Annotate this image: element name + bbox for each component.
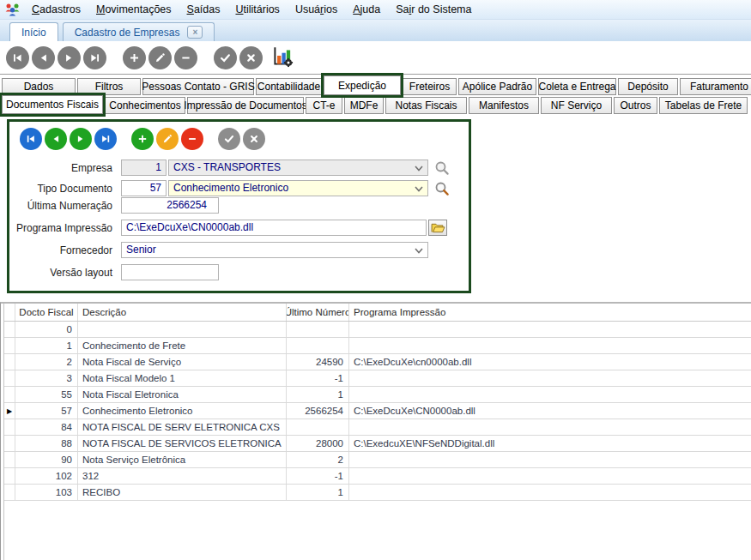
previous-record-button[interactable] bbox=[32, 46, 55, 69]
delete-button[interactable] bbox=[174, 46, 197, 69]
form-first-record-button[interactable] bbox=[20, 128, 42, 150]
table-row[interactable]: 88 NOTA FISCAL DE SERVICOS ELETRONICA 28… bbox=[4, 436, 751, 452]
row-indicator-cell bbox=[4, 485, 15, 500]
form-toolbar bbox=[20, 128, 265, 150]
column-header-descricao[interactable]: Descrição bbox=[78, 304, 287, 321]
menu-item-sair-do-sistema[interactable]: Sair do Sistema bbox=[388, 2, 479, 17]
form-confirm-button[interactable] bbox=[218, 128, 240, 150]
menu-item-utilitarios[interactable]: Utilitários bbox=[227, 2, 287, 17]
form-edit-button[interactable] bbox=[156, 128, 179, 150]
tab-nf-servico[interactable]: NF Serviço bbox=[541, 97, 612, 114]
table-row[interactable]: 84 NOTA FISCAL DE SERV ELETRONICA CXS bbox=[4, 419, 751, 436]
tab-label: Outros bbox=[620, 99, 651, 111]
tab-manifestos[interactable]: Manifestos bbox=[469, 97, 539, 114]
empresa-code-field[interactable]: 1 bbox=[121, 160, 167, 176]
form-previous-record-button[interactable] bbox=[45, 128, 67, 150]
programa-impressao-field[interactable]: C:\ExeDcuXe\CN0000ab.dll bbox=[121, 220, 427, 236]
confirm-button[interactable] bbox=[214, 46, 237, 69]
doc-tab-cadastro-de-empresas[interactable]: Cadastro de Empresas × bbox=[63, 22, 215, 41]
tab-dados[interactable]: Dados bbox=[2, 78, 76, 95]
doc-tab-inicio[interactable]: Início bbox=[9, 22, 58, 41]
versao-layout-field[interactable] bbox=[121, 264, 219, 280]
tab-tabelas-de-frete[interactable]: Tabelas de Frete bbox=[659, 97, 748, 114]
menu-label-part: r do Sistema bbox=[411, 3, 471, 15]
tab-cte[interactable]: CT-e bbox=[306, 97, 342, 114]
cancel-button[interactable] bbox=[239, 46, 263, 69]
grid-cell: -1 bbox=[287, 370, 349, 386]
form-delete-button[interactable] bbox=[181, 128, 203, 150]
tab-documentos-fiscais[interactable]: Documentos Fiscais bbox=[2, 95, 103, 114]
table-row[interactable]: 102 312 -1 bbox=[4, 468, 751, 485]
table-row[interactable]: 103 RECIBO 1 bbox=[4, 485, 751, 501]
chevron-down-icon bbox=[415, 186, 423, 192]
first-record-button[interactable] bbox=[6, 46, 29, 69]
table-row[interactable]: 2 Nota Fiscal de Serviço 24590 C:\ExeDcu… bbox=[4, 354, 751, 370]
grid-cell: 2 bbox=[15, 354, 78, 370]
form-next-record-button[interactable] bbox=[70, 128, 92, 150]
close-tab-button[interactable]: × bbox=[187, 26, 203, 39]
tab-label: Expedição bbox=[338, 80, 386, 92]
form-row-versao-layout: Versão layout bbox=[9, 264, 219, 280]
table-row[interactable]: 55 Nota Fiscal Eletronica 1 bbox=[4, 387, 751, 403]
menu-item-usuarios[interactable]: Usuários bbox=[288, 2, 345, 17]
form-cancel-button[interactable] bbox=[243, 128, 265, 150]
add-button[interactable] bbox=[123, 46, 146, 69]
menu-label-part: C bbox=[32, 3, 39, 15]
menu-item-movimentacoes[interactable]: Movimentações bbox=[88, 2, 179, 17]
tab-outros[interactable]: Outros bbox=[614, 97, 657, 114]
tab-filtros[interactable]: Filtros bbox=[77, 78, 141, 95]
form-last-record-button[interactable] bbox=[94, 128, 117, 150]
first-record-icon bbox=[25, 133, 37, 145]
column-header-ultimo-numero[interactable]: Último Número bbox=[287, 304, 349, 321]
chart-settings-button[interactable] bbox=[270, 45, 294, 71]
menu-item-ajuda[interactable]: Ajuda bbox=[345, 2, 388, 17]
first-record-icon bbox=[11, 51, 24, 64]
tab-contabilidade[interactable]: Contabilidade bbox=[256, 78, 322, 95]
grid-cell: 1 bbox=[287, 387, 349, 402]
next-record-icon bbox=[63, 51, 76, 64]
grid-cell: 57 bbox=[15, 403, 78, 418]
table-row-selected[interactable]: ▶ 57 Conhecimento Eletronico 2566254 C:\… bbox=[4, 403, 751, 419]
menu-item-saidas[interactable]: Saídas bbox=[179, 2, 228, 17]
tab-deposito[interactable]: Depósito bbox=[618, 78, 678, 95]
menu-item-cadastros[interactable]: Cadastros bbox=[24, 2, 88, 17]
tab-conhecimentos[interactable]: Conhecimentos bbox=[105, 97, 185, 114]
browse-folder-button[interactable] bbox=[428, 220, 447, 236]
form-add-button[interactable] bbox=[131, 128, 154, 150]
row-indicator-cell bbox=[4, 387, 15, 402]
tab-notas-fiscais[interactable]: Notas Fiscais bbox=[385, 97, 467, 114]
ultima-numeracao-field[interactable]: 2566254 bbox=[121, 197, 219, 214]
tab-faturamento[interactable]: Faturamento bbox=[680, 78, 751, 95]
tab-apolice-padrao[interactable]: Apólice Padrão bbox=[458, 78, 536, 95]
search-icon-tipo-documento[interactable] bbox=[434, 181, 450, 196]
column-header-programa-impressao[interactable]: Programa Impressão bbox=[349, 304, 751, 321]
row-indicator-cell bbox=[4, 354, 15, 370]
tab-impressao-de-documentos[interactable]: Impressão de Documentos bbox=[187, 97, 304, 114]
grid-cell: 0 bbox=[15, 322, 78, 337]
form-row-programa-impressao: Programa Impressão C:\ExeDcuXe\CN0000ab.… bbox=[9, 220, 447, 236]
tab-expedicao[interactable]: Expedição bbox=[324, 75, 401, 95]
fornecedor-combo[interactable]: Senior bbox=[121, 242, 428, 258]
tab-coleta-e-entrega[interactable]: Coleta e Entrega bbox=[538, 78, 616, 95]
tab-freteiros[interactable]: Freteiros bbox=[403, 78, 457, 95]
column-header-docto-fiscal[interactable]: Docto Fiscal bbox=[15, 304, 78, 321]
edit-button[interactable] bbox=[148, 46, 172, 69]
tab-label: MDFe bbox=[350, 99, 379, 111]
table-row[interactable]: 1 Conhecimento de Frete bbox=[4, 338, 751, 354]
check-icon bbox=[219, 51, 232, 64]
last-record-button[interactable] bbox=[83, 46, 106, 69]
empresa-combo[interactable]: CXS - TRANSPORTES bbox=[168, 160, 428, 176]
tab-pessoas-contato-gris[interactable]: Pessoas Contato - GRIS bbox=[142, 78, 254, 95]
tipo-documento-code-field[interactable]: 57 bbox=[121, 180, 167, 196]
tipo-documento-combo[interactable]: Conhecimento Eletronico bbox=[168, 180, 428, 196]
next-record-button[interactable] bbox=[58, 46, 81, 69]
table-row[interactable]: 3 Nota Fiscal Modelo 1 -1 bbox=[4, 370, 751, 387]
pencil-icon bbox=[161, 133, 173, 145]
grid-cell: Nota Fiscal Modelo 1 bbox=[78, 370, 287, 386]
table-row[interactable]: 90 Nota Serviço Eletrônica 2 bbox=[4, 452, 751, 468]
search-icon-empresa[interactable] bbox=[434, 160, 450, 176]
grid-cell: 84 bbox=[15, 419, 78, 435]
tab-mdfe[interactable]: MDFe bbox=[344, 97, 384, 114]
row-indicator-cell bbox=[4, 419, 15, 435]
table-row[interactable]: 0 bbox=[4, 322, 751, 338]
